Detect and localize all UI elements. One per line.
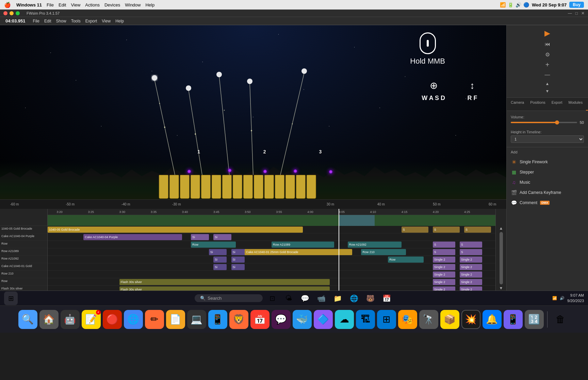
window-menu[interactable]: Window [125,2,141,7]
volume-slider[interactable]: 50 [511,120,584,125]
track-item-s2[interactable]: Single 2 [460,264,482,270]
app-show-menu[interactable]: Show [56,19,66,23]
app-help-menu[interactable]: Help [115,19,124,23]
app-file-menu[interactable]: File [33,19,39,23]
fullscreen-button[interactable] [16,11,20,15]
track-item-si[interactable]: Si [213,234,231,240]
track-item-s2[interactable]: S [433,249,455,255]
track-item-si[interactable]: Si [231,257,245,263]
apple-logo-icon[interactable]: 🍎 [4,2,11,8]
dock-launchpad[interactable]: 🏠 [39,310,59,329]
track-item-si[interactable]: Si [191,234,209,240]
track-item[interactable]: Cake AC1040-01 25mm Gold Brocade [245,249,352,255]
dock-airmail[interactable]: 🔔 [483,310,502,329]
taskbar-explorer[interactable]: 📁 [331,292,344,305]
track-item-s2[interactable]: Single 2 [460,286,482,291]
taskbar-msstore[interactable]: 🐻 [363,292,377,305]
dock-finder[interactable]: 🔍 [18,310,37,329]
camera-tab[interactable]: Camera [508,99,527,111]
track-item-s2[interactable]: S [433,242,455,248]
devices-menu[interactable]: Devices [104,2,120,7]
view-menu[interactable]: View [71,2,80,7]
win-close-icon[interactable]: ✕ [581,11,585,16]
dock-chrome[interactable]: 🌐 [124,310,143,329]
track-item-s[interactable]: S [464,227,491,233]
taskbar-task-view[interactable]: ⊡ [265,292,279,305]
dock-terminal[interactable]: 💻 [187,310,206,329]
track-item-s2[interactable]: Single 2 [433,257,455,263]
taskbar-edge[interactable]: 🌐 [347,292,361,305]
music-properties-tab[interactable]: Music Properties [586,99,588,111]
play-button[interactable]: ▶ [542,28,553,39]
dock-appstore[interactable]: 📱 [208,310,227,329]
track-item-si[interactable]: Si [213,257,227,263]
dock-calendar[interactable]: 📅 [250,310,270,329]
track-item-row[interactable]: Row [388,257,424,263]
3d-viewport[interactable]: 1 2 3 Hold MMB ⊕ W A S D ↕ R F [0,25,506,209]
scroll-up-btn[interactable]: ▲ [499,226,503,231]
track-item-s[interactable]: S [433,227,460,233]
skip-back-button[interactable]: ⏮ [542,39,553,49]
dock-opera[interactable]: 🔴 [103,310,122,329]
track-item-s2[interactable]: S [460,242,482,248]
dock-viber[interactable]: 📱 [504,310,523,329]
track-item[interactable]: Row [191,242,236,248]
taskbar-calendar[interactable]: 📅 [380,292,393,305]
dock-phpstorm[interactable]: 🔷 [314,310,333,329]
track-item[interactable]: Row A21092 [348,242,402,248]
track-item-s[interactable]: S [402,227,428,233]
track-item-si[interactable]: Si [209,249,227,255]
track-item-s2[interactable]: Single 2 [433,286,455,291]
add-single-firework[interactable]: ✳ Single Firework [507,157,588,167]
track-item-s2[interactable]: Single 2 [460,271,482,278]
help-menu[interactable]: Help [145,2,154,7]
dock-calculator[interactable]: 🔢 [525,310,544,329]
taskbar-app-icon[interactable]: ⊞ [4,292,18,305]
track-item[interactable]: 1040-05 Gold Brocade [48,227,303,233]
dock-docker[interactable]: 🐳 [293,310,312,329]
dock-brave[interactable]: 🦁 [229,310,248,329]
actions-menu[interactable]: Actions [85,2,100,7]
timeline-tracks[interactable]: 1040-05 Gold Brocade S S S Cake AC1040-0… [48,226,495,291]
dock-pages[interactable]: 📄 [166,310,185,329]
track-item[interactable]: Row 210 [361,249,406,255]
add-music[interactable]: ♫ Music [507,177,588,187]
dock-yoink[interactable]: 📦 [440,310,459,329]
track-item-si[interactable]: Si [231,264,245,270]
file-menu[interactable]: File [47,2,54,7]
search-bar[interactable]: 🔍 Search [195,294,263,302]
dock-winstore[interactable]: ⊞ [377,310,396,329]
modules-tab[interactable]: Modules [566,99,586,111]
add-button[interactable]: + [542,60,553,69]
taskbar-teams[interactable]: 📹 [314,292,328,305]
scroll-down-btn[interactable]: ▼ [499,286,503,291]
buy-button[interactable]: Buy [569,2,584,8]
dock-fwsim[interactable]: 💥 [461,310,480,329]
track-item[interactable]: Cake AC1040-04 Purple [83,234,182,240]
dock-vectornator[interactable]: ✏ [145,310,164,329]
add-stepper[interactable]: ▦ Stepper [507,167,588,177]
scrollbar-thumb[interactable] [500,232,503,284]
dock-instruments[interactable]: 🔭 [419,310,438,329]
win-max-icon[interactable]: □ [575,11,578,16]
remove-button[interactable]: — [542,70,553,80]
track-item-flash2[interactable]: Flash 30s silver [119,286,330,291]
track-item-s2[interactable]: Single 2 [433,279,455,285]
height-select[interactable]: 1 [511,135,584,143]
track-item-s2[interactable]: Single 2 [433,271,455,278]
close-button[interactable] [3,11,7,15]
dock-slack[interactable]: 💬 [272,310,291,329]
app-name-menu[interactable]: Windows 11 [16,2,42,7]
export-tab[interactable]: Export [549,99,565,111]
settings-button[interactable]: ⚙ [542,50,553,59]
minimize-button[interactable] [10,11,14,15]
add-camera-keyframe[interactable]: 🎬 Add Camera Keyframe [507,187,588,198]
app-tools-menu[interactable]: Tools [71,19,81,23]
app-view-menu[interactable]: View [102,19,111,23]
taskbar-widgets[interactable]: 🌤 [282,292,295,305]
taskbar-chat[interactable]: 💬 [298,292,312,305]
track-item-flash1[interactable]: Flash 30s silver [119,279,330,285]
dock-notes[interactable]: 📝 4 [82,310,101,329]
scroll-down-button[interactable]: ▼ [542,88,553,95]
edit-menu[interactable]: Edit [59,2,66,7]
